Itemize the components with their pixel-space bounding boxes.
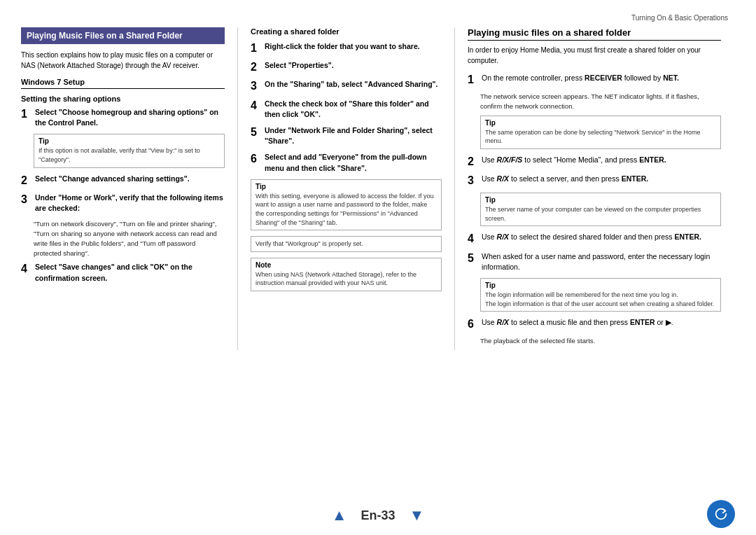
right-tip-content-3: The server name of your computer can be … <box>485 205 716 223</box>
step-text-2: Select "Change advanced sharing settings… <box>35 174 225 184</box>
setting-sharing-heading: Setting the sharing options <box>21 95 225 103</box>
right-step-text-2: Use R/X/F/S to select "Home Media", and … <box>482 155 721 165</box>
right-step-number-5: 5 <box>468 251 479 265</box>
right-tip-content-5: The login information will be remembered… <box>485 291 716 308</box>
right-step-number-3: 3 <box>468 174 479 187</box>
right-tip-label-3: Tip <box>485 196 716 204</box>
right-step-3: 3 Use R/X to select a server, and then p… <box>468 174 721 187</box>
right-step-2: 2 Use R/X/F/S to select "Home Media", an… <box>468 155 721 168</box>
step-4: 4 Select "Save changes" and click "OK" o… <box>21 262 225 283</box>
step-1: 1 Select "Choose homegroup and sharing o… <box>21 107 225 128</box>
mid-tip-box-1: Tip With this setting, everyone is allow… <box>251 179 442 230</box>
right-column: Playing music files on a shared folder I… <box>455 27 721 350</box>
left-column: Playing Music Files on a Shared Folder T… <box>21 27 238 350</box>
mid-step-text-3: On the "Sharing" tab, select "Advanced S… <box>265 79 442 90</box>
mid-step-number-1: 1 <box>251 41 262 55</box>
mid-step-3: 3 On the "Sharing" tab, select "Advanced… <box>251 79 442 92</box>
page: Turning On & Basic Operations Playing Mu… <box>0 0 756 535</box>
mid-note-label: Note <box>255 261 437 269</box>
windows-setup-heading: Windows 7 Setup <box>21 78 225 89</box>
mid-note-content: When using NAS (Network Attached Storage… <box>255 270 437 288</box>
tip-box-1: Tip If this option is not available, ver… <box>34 134 225 167</box>
back-circle-icon[interactable] <box>707 500 735 528</box>
down-arrow[interactable]: ▼ <box>410 506 425 524</box>
mid-note-box: Note When using NAS (Network Attached St… <box>251 258 442 291</box>
mid-step-number-6: 6 <box>251 152 262 165</box>
section-title: Playing Music Files on a Shared Folder <box>21 27 225 44</box>
mid-step-text-6: Select and add "Everyone" from the pull-… <box>265 152 442 173</box>
right-tip-box-3: Tip The server name of your computer can… <box>480 193 721 226</box>
middle-column: Creating a shared folder 1 Right-click t… <box>238 27 455 350</box>
right-step-text-5: When asked for a user name and password,… <box>482 251 721 272</box>
mid-step-text-1: Right-click the folder that you want to … <box>265 41 442 52</box>
breadcrumb: Turning On & Basic Operations <box>21 14 735 22</box>
right-tip-label-1: Tip <box>485 119 716 127</box>
right-step-5: 5 When asked for a user name and passwor… <box>468 251 721 272</box>
creating-shared-folder-heading: Creating a shared folder <box>251 27 442 36</box>
back-button[interactable] <box>707 500 735 528</box>
right-step-6-body: The playback of the selected file starts… <box>480 336 721 346</box>
mid-step-text-4: Check the check box of "Share this folde… <box>265 99 442 120</box>
mid-step-5: 5 Under "Network File and Folder Sharing… <box>251 125 442 146</box>
right-step-text-3: Use R/X to select a server, and then pre… <box>482 174 721 184</box>
right-tip-content-1: The same operation can be done by select… <box>485 128 716 146</box>
mid-step-6: 6 Select and add "Everyone" from the pul… <box>251 152 442 173</box>
step-3: 3 Under "Home or Work", verify that the … <box>21 193 225 214</box>
step-3-body: "Turn on network discovery", "Turn on fi… <box>34 219 225 258</box>
step-number-3: 3 <box>21 193 32 206</box>
page-number: En-33 <box>360 508 395 523</box>
mid-tip-content-2: Verify that "Workgroup" is properly set. <box>255 239 437 249</box>
mid-step-number-4: 4 <box>251 99 262 112</box>
right-tip-label-5: Tip <box>485 282 716 289</box>
mid-step-number-5: 5 <box>251 125 262 139</box>
section-intro: This section explains how to play music … <box>21 50 225 71</box>
tip-label-1: Tip <box>38 137 220 145</box>
mid-tip-label-1: Tip <box>255 183 437 190</box>
right-step-text-6: Use R/X to select a music file and then … <box>482 317 721 328</box>
playing-music-intro: In order to enjoy Home Media, you must f… <box>468 45 721 66</box>
step-number-1: 1 <box>21 107 32 120</box>
step-text-3: Under "Home or Work", verify that the fo… <box>35 193 225 214</box>
step-number-2: 2 <box>21 174 32 187</box>
right-tip-box-5: Tip The login information will be rememb… <box>480 278 721 312</box>
content-area: Playing Music Files on a Shared Folder T… <box>21 27 735 350</box>
mid-step-number-3: 3 <box>251 79 262 92</box>
right-step-4: 4 Use R/X to select the desired shared f… <box>468 232 721 245</box>
tip-content-1: If this option is not available, verify … <box>38 146 220 164</box>
mid-step-4: 4 Check the check box of "Share this fol… <box>251 99 442 120</box>
right-step-text-4: Use R/X to select the desired shared fol… <box>482 232 721 242</box>
mid-step-number-2: 2 <box>251 60 262 74</box>
bottom-navigation: ▲ En-33 ▼ <box>0 506 756 524</box>
step-2: 2 Select "Change advanced sharing settin… <box>21 174 225 187</box>
right-tip-box-1: Tip The same operation can be done by se… <box>480 116 721 149</box>
mid-tip-content-1: With this setting, everyone is allowed t… <box>255 192 437 227</box>
right-step-1-body: The network service screen appears. The … <box>480 92 721 111</box>
mid-step-text-5: Under "Network File and Folder Sharing",… <box>265 125 442 146</box>
playing-music-heading: Playing music files on a shared folder <box>468 27 721 41</box>
step-number-4: 4 <box>21 262 32 275</box>
right-step-text-1: On the remote controller, press RECEIVER… <box>482 73 721 83</box>
right-step-6: 6 Use R/X to select a music file and the… <box>468 317 721 331</box>
mid-step-2: 2 Select "Properties". <box>251 60 442 74</box>
mid-step-1: 1 Right-click the folder that you want t… <box>251 41 442 55</box>
right-step-number-4: 4 <box>468 232 479 245</box>
right-step-number-1: 1 <box>468 73 479 86</box>
step-text-1: Select "Choose homegroup and sharing opt… <box>35 107 225 128</box>
mid-tip-box-2: Verify that "Workgroup" is properly set. <box>251 236 442 252</box>
mid-step-text-2: Select "Properties". <box>265 60 442 71</box>
up-arrow[interactable]: ▲ <box>332 506 347 524</box>
step-text-4: Select "Save changes" and click "OK" on … <box>35 262 225 283</box>
right-step-number-6: 6 <box>468 317 479 331</box>
right-step-number-2: 2 <box>468 155 479 168</box>
right-step-1: 1 On the remote controller, press RECEIV… <box>468 73 721 86</box>
